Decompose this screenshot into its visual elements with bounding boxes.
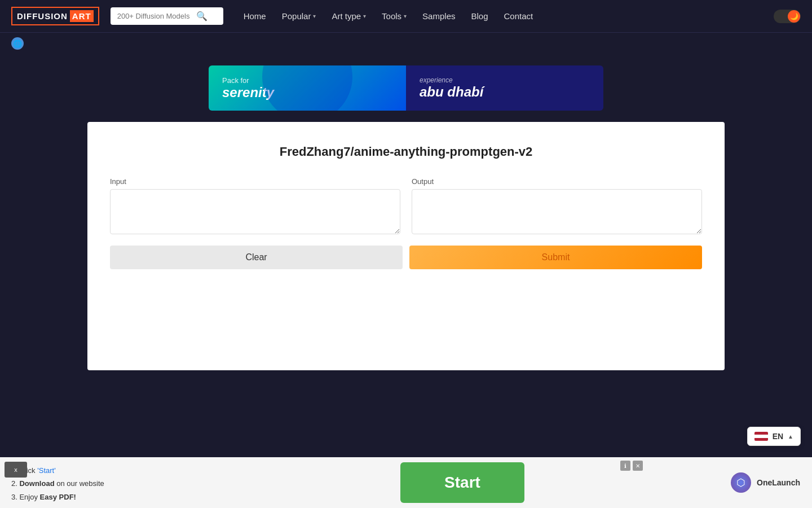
step2-prefix: 2. Download on our website [11,479,104,488]
language-selector[interactable]: EN ▲ [747,427,801,446]
button-row: Clear Submit [110,246,702,269]
ad-close-icon[interactable]: ✕ [633,461,643,471]
nav-right [774,10,801,23]
search-input[interactable] [117,12,196,20]
nav-samples[interactable]: Samples [416,7,462,25]
step2-suffix: on our website [56,479,104,488]
flag-icon [754,432,768,441]
main-container: FredZhang7/anime-anything-promptgen-v2 I… [87,122,725,370]
submit-button[interactable]: Submit [409,246,702,269]
bottom-ad-center: Start [203,457,722,508]
navbar: DIFFUSION ART 🔍 Home Popular ▾ Art type … [0,0,812,33]
bottom-ad: x ℹ ✕ 1. Click 'Start' 2. Download on ou… [0,457,812,508]
ad-banner-right: experience abu dhabí [406,65,603,111]
ad-abudhabi-label: abu dhabí [420,84,590,100]
toggle-knob [788,10,800,23]
nav-arttype[interactable]: Art type ▾ [325,7,373,25]
bottom-ad-left: 1. Click 'Start' 2. Download on our webs… [0,457,203,508]
form-row: Input Output [110,177,702,234]
nav-blog[interactable]: Blog [464,7,495,25]
onelaunch-text: OneLaunch [757,478,800,487]
chevron-up-icon: ▲ [788,433,793,440]
logo[interactable]: DIFFUSION ART [11,7,99,25]
onelaunch-logo: ⬡ [731,472,751,493]
clear-button[interactable]: Clear [110,246,403,269]
step3-prefix: 3. Enjoy Easy PDF! [11,493,76,501]
output-label: Output [412,177,702,186]
ad-info-icon[interactable]: ℹ [620,461,630,471]
nav-popular[interactable]: Popular ▾ [275,7,323,25]
globe-icon: 🌐 [11,37,24,50]
chevron-down-icon: ▾ [404,13,407,19]
ad-experience-label: experience [420,76,590,84]
bottom-ad-step1: 1. Click 'Start' [11,464,192,477]
bottom-ad-right: ⬡ OneLaunch [722,457,812,508]
nav-home[interactable]: Home [237,7,273,25]
start-button[interactable]: Start [400,462,524,503]
nav-contact[interactable]: Contact [497,7,540,25]
input-textarea[interactable] [110,189,400,234]
page-title: FredZhang7/anime-anything-promptgen-v2 [110,144,702,159]
ad-icons-row: ℹ ✕ [620,461,643,471]
theme-toggle[interactable] [774,10,801,23]
ad-banner[interactable]: Pack for serenity experience abu dhabí [209,65,603,111]
output-group: Output [412,177,702,234]
icon-area: 🌐 [0,33,812,54]
step2-bold: Download [19,479,54,488]
step1-link[interactable]: 'Start' [37,466,55,475]
logo-diffusion: DIFFUSION [17,11,68,21]
bottom-ad-step2: 2. Download on our website [11,477,192,490]
language-code: EN [773,432,783,441]
chevron-down-icon: ▾ [363,13,366,19]
ad-banner-left: Pack for serenity [209,65,406,111]
chevron-down-icon: ▾ [313,13,316,19]
output-textarea[interactable] [412,189,702,234]
logo-art: ART [70,10,94,22]
close-ad-button[interactable]: x [5,462,27,478]
input-group: Input [110,177,400,234]
nav-tools[interactable]: Tools ▾ [375,7,413,25]
search-box[interactable]: 🔍 [111,7,223,25]
search-icon: 🔍 [196,11,208,21]
step3-bold: Easy PDF! [40,493,76,501]
bottom-ad-step3: 3. Enjoy Easy PDF! [11,491,192,503]
nav-links: Home Popular ▾ Art type ▾ Tools ▾ Sample… [237,7,774,25]
ad-pack-label: Pack for [222,76,392,85]
input-label: Input [110,177,400,186]
ad-serenity-label: serenity [222,85,392,100]
